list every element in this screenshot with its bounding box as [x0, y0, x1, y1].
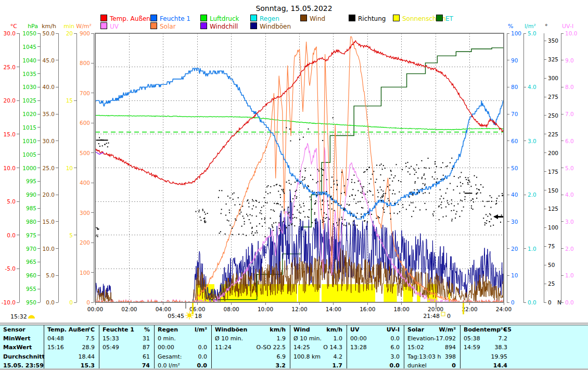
x-axis-label: 14:00 — [326, 306, 341, 312]
svg-text:1040: 1040 — [22, 57, 36, 63]
table-cell-value: 28.9 — [44, 343, 95, 352]
svg-text:20: 20 — [66, 30, 73, 36]
legend-swatch — [150, 22, 157, 29]
svg-text:5.0: 5.0 — [46, 272, 55, 278]
table-cell-value: 7.5 — [44, 334, 95, 343]
svg-text:UV-I: UV-I — [562, 23, 573, 30]
legend-label: Regen — [260, 15, 279, 22]
table-row: 18.44 — [44, 352, 99, 361]
table-row: 61 — [99, 352, 154, 361]
legend-label: UV — [110, 23, 119, 30]
table-cell-value: 6.0 — [347, 343, 400, 352]
sunrise-value: 18 — [195, 313, 202, 320]
svg-text:30.0: 30.0 — [4, 30, 16, 36]
svg-text:1.0: 1.0 — [528, 246, 536, 252]
table-cell-value: -17.092 — [404, 334, 456, 343]
svg-text:5.0: 5.0 — [7, 198, 16, 205]
table-row: 15:02894 — [404, 343, 460, 352]
table-cell-value: W/m² — [404, 325, 456, 334]
legend-item-uv: UV — [100, 22, 119, 29]
legend-swatch — [100, 22, 107, 29]
svg-text:225: 225 — [548, 131, 558, 137]
legend-item-wind: Wind — [300, 15, 325, 21]
legend-swatch — [150, 15, 157, 21]
table-row: MinWert — [0, 334, 44, 343]
x-axis-label: 02:00 — [121, 306, 137, 312]
table-row: 6.9 — [212, 352, 290, 361]
table-cell-value: km/h — [212, 325, 286, 334]
table-row: Gesamt:0.0 — [155, 352, 211, 361]
table-cell-value: O-SO 22.5 — [212, 343, 286, 352]
svg-text:5.0: 5.0 — [528, 30, 536, 36]
svg-text:975: 975 — [26, 232, 36, 238]
svg-text:9.0: 9.0 — [565, 57, 574, 63]
svg-text:10: 10 — [511, 272, 518, 278]
svg-text:°: ° — [545, 23, 548, 30]
svg-text:1045: 1045 — [22, 44, 36, 50]
table-column: UVUV-I00:000.013:286.03.00.0 — [347, 325, 404, 370]
svg-text:150: 150 — [548, 187, 558, 194]
svg-text:970: 970 — [26, 246, 36, 252]
svg-text:400: 400 — [80, 180, 90, 186]
table-row: Ø 10 min.1.9 — [212, 334, 290, 343]
svg-text:20: 20 — [511, 246, 518, 252]
table-column: Temp. Außen°C04:487.515:1628.918.4415.3 — [44, 325, 99, 370]
legend-item-feuchte-1: Feuchte 1 — [150, 15, 190, 21]
legend-swatch — [349, 15, 355, 21]
table-row: 14:5938.3 — [461, 343, 588, 352]
svg-text:300: 300 — [80, 210, 90, 216]
table-cell-value: 38.3 — [461, 343, 507, 352]
table-cell-value: 1.9 — [212, 334, 286, 343]
legend-label: Feuchte 1 — [160, 15, 190, 22]
svg-text:2.0: 2.0 — [528, 192, 536, 198]
svg-text:l/m²: l/m² — [525, 23, 536, 30]
moon-phase-icon — [441, 312, 445, 316]
table-cell-label: Sensor — [3, 325, 25, 334]
legend-item-richtung: Richtung — [349, 15, 386, 21]
svg-text:175: 175 — [548, 169, 558, 175]
table-row: SolarW/m² — [404, 325, 460, 334]
x-axis-label: 16:00 — [360, 306, 375, 312]
svg-text:%: % — [508, 23, 513, 30]
svg-text:10.0: 10.0 — [43, 246, 55, 252]
svg-text:0.0: 0.0 — [528, 299, 536, 305]
table-row: Durchschnitt — [0, 352, 44, 361]
table-cell-label: MinWert — [3, 334, 30, 343]
legend-label: Richtung — [358, 15, 386, 22]
svg-text:350: 350 — [548, 37, 558, 44]
table-cell-value: O 14.3 — [290, 343, 342, 352]
svg-text:100: 100 — [548, 224, 558, 231]
table-cell-value: % — [99, 325, 150, 334]
sunset-value: 0 — [447, 313, 451, 320]
svg-text:955: 955 — [26, 286, 36, 292]
svg-text:985: 985 — [26, 205, 36, 211]
svg-text:10.0: 10.0 — [565, 30, 577, 36]
svg-text:15.0: 15.0 — [4, 131, 16, 137]
svg-text:5: 5 — [69, 232, 73, 238]
legend-swatch — [300, 15, 307, 21]
svg-text:35.0: 35.0 — [43, 111, 55, 117]
table-column: Regenl/m²0 min.00:000.0Gesamt:0.00.0 l/m… — [154, 325, 211, 370]
svg-text:1005: 1005 — [22, 151, 36, 158]
svg-text:40: 40 — [511, 192, 518, 198]
svg-text:90: 90 — [511, 57, 518, 63]
table-row: 00:000.0 — [347, 334, 404, 343]
svg-text:995: 995 — [26, 178, 36, 184]
moonrise-icon — [28, 315, 35, 319]
svg-text:40.0: 40.0 — [43, 84, 55, 90]
svg-text:2.0: 2.0 — [565, 246, 574, 252]
legend-item-temp-au-en: Temp. Außen — [100, 15, 150, 21]
svg-text:200: 200 — [80, 239, 90, 246]
svg-text:200: 200 — [548, 150, 558, 156]
svg-text:1025: 1025 — [22, 97, 36, 104]
legend-label: Windchill — [210, 23, 238, 30]
svg-text:0.0: 0.0 — [46, 299, 55, 305]
table-cell-value: 0.0 — [155, 343, 207, 352]
svg-text:0: 0 — [511, 299, 515, 305]
svg-text:1010: 1010 — [22, 138, 36, 144]
x-axis-label: 12:00 — [291, 306, 307, 312]
sunset-time: 21:48 — [423, 313, 440, 320]
svg-text:0: 0 — [548, 299, 552, 305]
x-axis-label: 00:00 — [87, 306, 103, 312]
svg-text:50: 50 — [548, 262, 555, 268]
